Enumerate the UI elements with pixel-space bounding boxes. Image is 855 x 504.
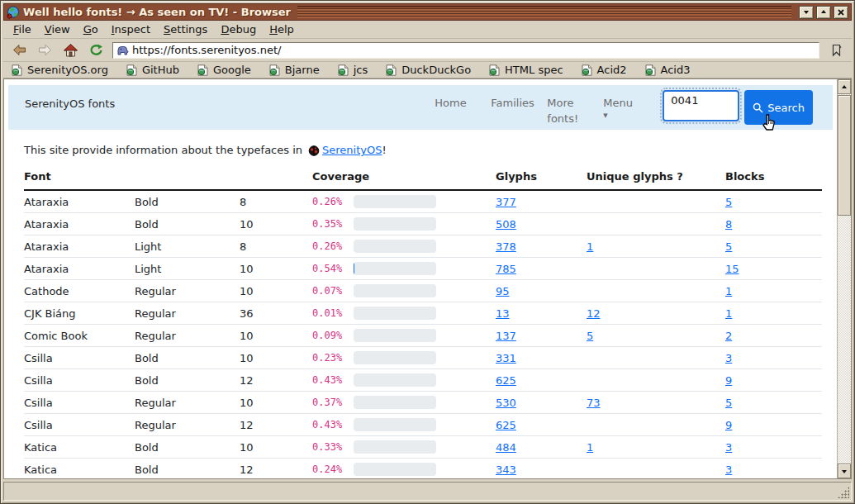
- cell-font-name: Cathode: [24, 285, 135, 297]
- nav-link[interactable]: More fonts!: [547, 96, 591, 127]
- nav-link[interactable]: Home: [435, 96, 479, 127]
- cell-font-name: CJK Biáng: [24, 307, 135, 320]
- search-button[interactable]: Search: [744, 90, 813, 125]
- menu-item-inspect[interactable]: Inspect: [105, 21, 157, 37]
- window-title: Well hello fonts! → As seen on TV! - Bro…: [23, 6, 291, 18]
- glyphs-link[interactable]: 137: [496, 330, 516, 342]
- glyphs-link[interactable]: 378: [496, 240, 516, 253]
- blocks-link[interactable]: 5: [725, 196, 732, 208]
- cell-font-name: Katica: [24, 464, 135, 476]
- site-header: SerenityOS fonts Home Families More font…: [8, 85, 833, 130]
- scroll-up-icon: [842, 83, 847, 88]
- bookmark-item[interactable]: Google: [197, 64, 251, 76]
- forward-button[interactable]: [36, 41, 54, 59]
- bookmark-page-icon: [645, 64, 656, 76]
- menu-item-settings[interactable]: Settings: [157, 21, 214, 37]
- refresh-button[interactable]: [87, 41, 105, 59]
- cell-coverage: 0.43%: [312, 418, 496, 431]
- title-bar[interactable]: Well hello fonts! → As seen on TV! - Bro…: [3, 3, 852, 21]
- header-size: [240, 170, 312, 183]
- bookmark-item[interactable]: SerenityOS.org: [12, 64, 108, 76]
- glyphs-link[interactable]: 377: [496, 196, 516, 208]
- vertical-scrollbar[interactable]: [837, 79, 851, 478]
- blocks-link[interactable]: 9: [725, 419, 732, 431]
- blocks-link[interactable]: 9: [725, 374, 732, 387]
- glyphs-link[interactable]: 331: [496, 352, 516, 364]
- bookmark-item[interactable]: Acid2: [582, 64, 627, 76]
- table-row: Ataraxia Light 10 0.54% 785 15: [24, 258, 822, 280]
- blocks-link[interactable]: 3: [725, 352, 732, 364]
- blocks-link[interactable]: 5: [725, 397, 732, 409]
- bookmark-item[interactable]: Acid3: [645, 64, 691, 76]
- coverage-bar-fill: [354, 262, 354, 275]
- back-icon: [12, 44, 26, 56]
- bookmark-item[interactable]: DuckDuckGo: [386, 64, 471, 76]
- unique-glyphs-link[interactable]: 1: [587, 441, 593, 454]
- table-row: Katica Bold 12 0.24% 343 3: [24, 459, 822, 478]
- menu-item-file[interactable]: File: [7, 21, 38, 37]
- cell-font-weight: Regular: [135, 285, 240, 297]
- blocks-link[interactable]: 8: [725, 218, 732, 231]
- unique-glyphs-link[interactable]: 73: [587, 397, 601, 409]
- blocks-link[interactable]: 2: [725, 330, 732, 342]
- glyphs-link[interactable]: 484: [496, 441, 516, 454]
- scrollbar-thumb[interactable]: [838, 95, 851, 216]
- glyphs-link[interactable]: 625: [496, 374, 516, 387]
- glyphs-link[interactable]: 785: [496, 263, 516, 275]
- coverage-percent: 0.26%: [312, 240, 354, 252]
- back-button[interactable]: [10, 41, 28, 59]
- bookmark-ribbon-icon: [831, 44, 842, 57]
- coverage-percent: 0.35%: [312, 218, 354, 230]
- close-icon: [838, 9, 844, 16]
- resize-grip[interactable]: [838, 487, 849, 498]
- cell-coverage: 0.54%: [312, 262, 496, 275]
- address-bar[interactable]: [112, 42, 819, 59]
- url-input[interactable]: [132, 44, 815, 56]
- glyphs-link[interactable]: 530: [496, 397, 516, 409]
- table-row: Cathode Regular 10 0.07% 95 1: [24, 280, 822, 302]
- glyphs-link[interactable]: 95: [496, 285, 510, 297]
- serenityos-link[interactable]: SerenityOS: [322, 144, 382, 156]
- menu-item-go[interactable]: Go: [77, 21, 105, 37]
- navigation-toolbar: [3, 39, 852, 62]
- bookmark-item[interactable]: jcs: [338, 64, 368, 76]
- blocks-link[interactable]: 3: [725, 441, 732, 454]
- glyphs-link[interactable]: 343: [496, 464, 516, 476]
- blocks-link[interactable]: 1: [725, 307, 732, 320]
- menu-item-help[interactable]: Help: [263, 21, 301, 37]
- glyphs-link[interactable]: 13: [496, 307, 510, 320]
- maximize-button[interactable]: [816, 6, 831, 19]
- menu-item-view[interactable]: View: [38, 21, 77, 37]
- nav-link[interactable]: Menu ▼: [603, 96, 648, 127]
- search-input[interactable]: [663, 90, 739, 121]
- glyphs-link[interactable]: 508: [496, 218, 516, 231]
- close-button[interactable]: [834, 6, 848, 19]
- table-row: Ataraxia Light 8 0.26% 378 1 5: [24, 235, 822, 258]
- glyphs-link[interactable]: 625: [496, 419, 516, 431]
- blocks-link[interactable]: 5: [725, 240, 732, 253]
- bookmark-item[interactable]: GitHub: [126, 64, 179, 76]
- bookmarks-bar: SerenityOS.org GitHub Google Bjarne: [3, 62, 852, 78]
- blocks-link[interactable]: 15: [725, 263, 739, 275]
- blocks-link[interactable]: 1: [725, 285, 732, 297]
- bookmark-label: Acid3: [661, 64, 691, 76]
- add-bookmark-button[interactable]: [827, 41, 845, 59]
- home-button[interactable]: [61, 41, 79, 59]
- menu-item-debug[interactable]: Debug: [214, 21, 263, 37]
- cell-font-weight: Bold: [135, 464, 240, 476]
- cell-font-weight: Bold: [135, 196, 240, 208]
- bookmark-item[interactable]: Bjarne: [269, 64, 320, 76]
- intro-after: !: [382, 144, 386, 156]
- bookmark-page-icon: [269, 64, 280, 76]
- scroll-up-button[interactable]: [838, 79, 851, 94]
- site-brand[interactable]: SerenityOS fonts: [25, 97, 115, 110]
- minimize-button[interactable]: [799, 6, 814, 19]
- bookmark-item[interactable]: HTML spec: [489, 64, 563, 76]
- unique-glyphs-link[interactable]: 1: [587, 240, 593, 253]
- nav-link[interactable]: Families: [491, 96, 535, 127]
- unique-glyphs-link[interactable]: 12: [587, 307, 601, 320]
- unique-glyphs-link[interactable]: 5: [587, 330, 593, 342]
- blocks-link[interactable]: 3: [725, 464, 732, 476]
- scroll-down-button[interactable]: [838, 464, 851, 478]
- bookmark-page-icon: [489, 64, 500, 76]
